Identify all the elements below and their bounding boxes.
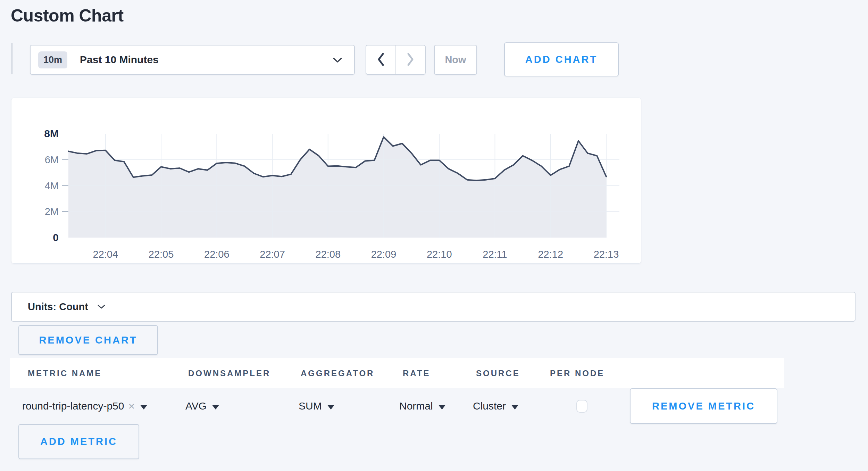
svg-text:22:13: 22:13 — [594, 249, 619, 260]
remove-metric-button[interactable]: REMOVE METRIC — [630, 388, 777, 424]
metric-name-dropdown[interactable]: round-trip-latency-p50 × — [22, 388, 147, 424]
svg-text:22:10: 22:10 — [427, 249, 452, 260]
caret-down-icon — [327, 405, 334, 410]
svg-text:0: 0 — [53, 232, 59, 243]
now-button[interactable]: Now — [434, 45, 477, 75]
caret-down-icon — [212, 405, 219, 410]
time-window-label: Past 10 Minutes — [80, 54, 159, 66]
svg-text:22:05: 22:05 — [149, 249, 174, 260]
svg-text:22:09: 22:09 — [371, 249, 397, 260]
source-value: Cluster — [473, 400, 506, 412]
downsampler-dropdown[interactable]: AVG — [185, 388, 219, 424]
column-header-downsampler: DOWNSAMPLER — [188, 358, 270, 388]
metric-name-value: round-trip-latency-p50 — [22, 400, 124, 412]
per-node-checkbox[interactable] — [576, 400, 587, 413]
svg-text:4M: 4M — [45, 180, 59, 191]
downsampler-value: AVG — [185, 400, 207, 412]
time-window-dropdown[interactable]: 10m Past 10 Minutes — [30, 45, 355, 75]
units-label: Units: Count — [28, 301, 88, 313]
aggregator-dropdown[interactable]: SUM — [299, 388, 334, 424]
svg-text:6M: 6M — [45, 154, 59, 165]
metric-line-chart: 02M4M6M8M22:0422:0522:0622:0722:0822:092… — [11, 98, 641, 263]
custom-chart-page: Custom Chart 10m Past 10 Minutes Now ADD… — [0, 0, 868, 471]
aggregator-value: SUM — [299, 400, 322, 412]
svg-text:22:04: 22:04 — [93, 249, 118, 260]
svg-text:8M: 8M — [44, 128, 59, 139]
next-time-button[interactable] — [396, 46, 425, 74]
svg-text:22:11: 22:11 — [483, 249, 507, 260]
svg-text:22:08: 22:08 — [316, 249, 341, 260]
column-header-rate: RATE — [403, 358, 431, 388]
source-dropdown[interactable]: Cluster — [473, 388, 518, 424]
time-window-badge: 10m — [38, 51, 67, 68]
caret-down-icon — [140, 405, 147, 410]
caret-down-icon — [439, 405, 445, 410]
svg-text:22:12: 22:12 — [538, 249, 563, 260]
time-nav — [366, 45, 426, 75]
column-header-aggregator: AGGREGATOR — [301, 358, 374, 388]
chevron-down-icon — [97, 304, 106, 311]
column-header-source: SOURCE — [476, 358, 520, 388]
svg-text:2M: 2M — [45, 206, 59, 217]
remove-chart-button[interactable]: REMOVE CHART — [18, 325, 158, 355]
table-row: round-trip-latency-p50 × AVG SUM Normal … — [0, 388, 868, 424]
add-chart-button[interactable]: ADD CHART — [504, 42, 619, 76]
chevron-left-icon — [376, 52, 386, 68]
metrics-table-header: METRIC NAME DOWNSAMPLER AGGREGATOR RATE … — [10, 358, 784, 388]
svg-text:22:07: 22:07 — [260, 249, 285, 260]
add-metric-button[interactable]: ADD METRIC — [18, 424, 139, 459]
clear-metric-icon[interactable]: × — [128, 400, 135, 413]
rate-value: Normal — [399, 400, 433, 412]
column-header-per-node: PER NODE — [550, 358, 604, 388]
chart-panel: 02M4M6M8M22:0422:0522:0622:0722:0822:092… — [11, 98, 641, 264]
svg-text:22:06: 22:06 — [204, 249, 229, 260]
caret-down-icon — [511, 405, 518, 410]
rate-dropdown[interactable]: Normal — [399, 388, 445, 424]
chevron-right-icon — [405, 52, 416, 68]
chevron-down-icon — [333, 57, 342, 65]
toolbar-divider — [11, 43, 12, 74]
units-dropdown[interactable]: Units: Count — [11, 292, 856, 322]
column-header-metric-name: METRIC NAME — [28, 358, 102, 388]
page-title: Custom Chart — [11, 6, 124, 26]
prev-time-button[interactable] — [366, 46, 396, 74]
